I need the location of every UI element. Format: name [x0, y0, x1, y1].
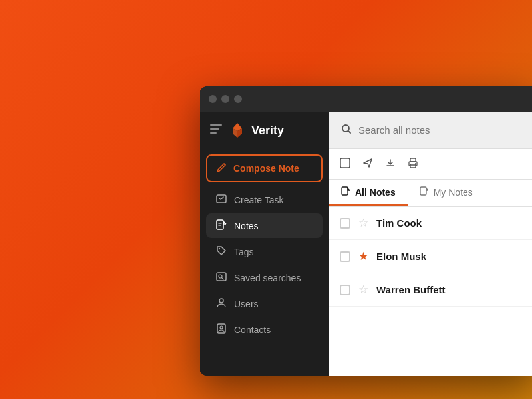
note-name-elon-musk: Elon Musk	[376, 251, 426, 262]
compose-button[interactable]: Compose Note	[206, 154, 323, 182]
note-checkbox-warren-buffett[interactable]	[340, 285, 350, 295]
search-icon	[341, 124, 352, 137]
svg-point-8	[219, 248, 220, 249]
sidebar-item-contacts[interactable]: Contacts	[206, 317, 323, 342]
contacts-icon	[215, 323, 227, 336]
tab-my-notes-label: My Notes	[434, 187, 473, 198]
users-icon	[215, 297, 227, 310]
svg-rect-0	[210, 124, 222, 126]
my-notes-tab-icon	[420, 186, 429, 198]
traffic-lights	[209, 95, 242, 103]
note-item-tim-cook[interactable]: ☆ Tim Cook	[329, 207, 532, 240]
toolbar	[329, 149, 532, 180]
search-bar	[329, 112, 532, 149]
logo-icon	[229, 122, 246, 139]
sidebar-item-saved-searches[interactable]: Saved searches	[206, 265, 323, 290]
note-checkbox-tim-cook[interactable]	[340, 218, 350, 229]
logo-area: Verity	[229, 122, 284, 139]
traffic-light-close[interactable]	[209, 95, 217, 103]
send-icon[interactable]	[362, 158, 373, 171]
create-task-label: Create Task	[234, 195, 283, 205]
note-star-tim-cook[interactable]: ☆	[358, 216, 368, 230]
note-star-warren-buffett[interactable]: ☆	[358, 283, 368, 297]
app-title: Verity	[251, 124, 284, 138]
svg-point-13	[220, 326, 223, 329]
sidebar: Verity Compose Note	[200, 112, 329, 376]
traffic-light-minimize[interactable]	[221, 95, 229, 103]
sidebar-item-notes[interactable]: Notes	[206, 213, 323, 238]
svg-rect-9	[217, 273, 226, 281]
title-bar	[200, 86, 532, 112]
svg-rect-16	[410, 158, 416, 162]
search-input[interactable]	[358, 124, 527, 136]
sidebar-item-tags[interactable]: Tags	[206, 239, 323, 264]
sidebar-item-users[interactable]: Users	[206, 291, 323, 316]
tabs-bar: All Notes My Notes	[329, 180, 532, 207]
print-icon[interactable]	[408, 158, 418, 171]
tab-all-notes-label: All Notes	[355, 187, 396, 198]
note-name-tim-cook: Tim Cook	[376, 217, 422, 229]
note-item-warren-buffett[interactable]: ☆ Warren Buffett	[329, 273, 532, 307]
users-label: Users	[234, 299, 259, 309]
tags-label: Tags	[234, 247, 254, 257]
sidebar-nav: Compose Note Create Task	[200, 149, 329, 347]
tab-all-notes[interactable]: All Notes	[329, 180, 408, 206]
note-star-elon-musk[interactable]: ★	[358, 249, 368, 263]
tab-my-notes[interactable]: My Notes	[408, 180, 485, 206]
note-checkbox-elon-musk[interactable]	[340, 251, 350, 262]
create-task-icon	[215, 194, 227, 206]
notes-label: Notes	[234, 221, 259, 231]
saved-searches-label: Saved searches	[234, 273, 301, 283]
svg-point-19	[415, 163, 416, 164]
svg-point-11	[219, 299, 223, 303]
all-notes-tab-icon	[341, 186, 350, 198]
sidebar-item-create-task[interactable]: Create Task	[206, 188, 323, 212]
main-layout: Verity Compose Note	[200, 112, 532, 376]
saved-searches-icon	[215, 271, 227, 284]
select-all-checkbox[interactable]	[340, 158, 350, 171]
compose-icon	[217, 162, 227, 174]
compose-label: Compose Note	[233, 163, 299, 174]
svg-rect-15	[340, 158, 350, 168]
tags-icon	[215, 245, 227, 258]
contacts-label: Contacts	[234, 325, 271, 335]
svg-rect-7	[217, 220, 223, 229]
svg-rect-20	[342, 187, 348, 195]
note-item-elon-musk[interactable]: ★ Elon Musk	[329, 240, 532, 273]
note-name-warren-buffett: Warren Buffett	[376, 284, 446, 295]
download-icon[interactable]	[385, 158, 396, 171]
notes-list: ☆ Tim Cook ★ Elon Musk ☆ Warren Buffett	[329, 207, 532, 376]
notes-icon	[215, 219, 227, 232]
svg-rect-1	[210, 128, 219, 130]
svg-rect-21	[420, 187, 426, 195]
svg-rect-2	[210, 132, 217, 134]
traffic-light-maximize[interactable]	[234, 95, 242, 103]
menu-icon[interactable]	[210, 124, 222, 136]
content-panel: All Notes My Notes	[329, 112, 532, 376]
app-window: Verity Compose Note	[200, 86, 532, 376]
sidebar-header: Verity	[200, 112, 329, 149]
